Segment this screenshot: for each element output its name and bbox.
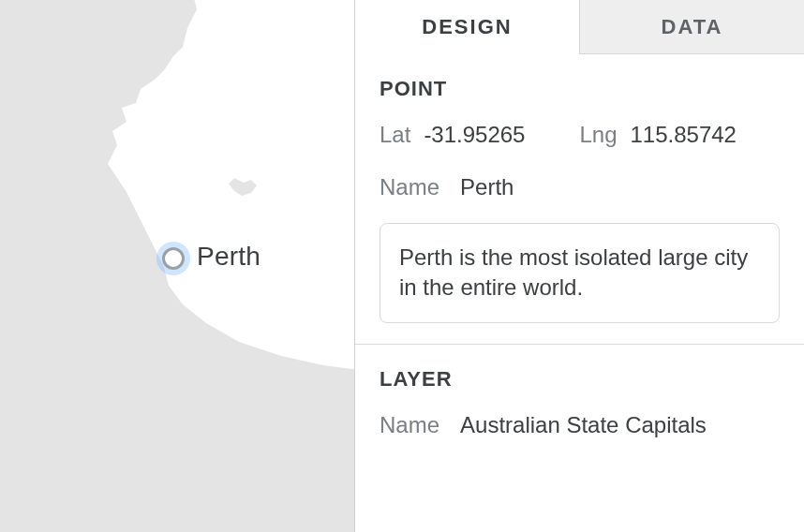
point-section-title: POINT	[380, 77, 780, 101]
layer-name-row: Name Australian State Capitals	[380, 412, 780, 438]
layer-name-value: Australian State Capitals	[460, 412, 707, 438]
side-panel: DESIGN DATA POINT Lat -31.95265 Lng 115.…	[354, 0, 804, 532]
layer-section: LAYER Name Australian State Capitals	[355, 345, 804, 481]
lng-label: Lng	[579, 122, 617, 148]
lat-group: Lat -31.95265	[380, 122, 525, 148]
lng-group: Lng 115.85742	[579, 122, 737, 148]
lat-label: Lat	[380, 122, 410, 148]
point-description-box[interactable]: Perth is the most isolated large city in…	[380, 223, 780, 323]
tab-data[interactable]: DATA	[579, 0, 804, 54]
lat-value: -31.95265	[424, 122, 525, 148]
map-point-label: Perth	[197, 242, 261, 272]
layer-name-label: Name	[380, 412, 439, 438]
point-latlng-row: Lat -31.95265 Lng 115.85742	[380, 122, 780, 148]
point-section: POINT Lat -31.95265 Lng 115.85742 Name P…	[355, 54, 804, 344]
map-point-marker[interactable]	[162, 247, 185, 270]
point-name-label: Name	[380, 174, 439, 200]
layer-section-title: LAYER	[380, 367, 780, 392]
tab-design[interactable]: DESIGN	[355, 0, 579, 54]
point-name-row: Name Perth	[380, 174, 780, 200]
point-name-value: Perth	[460, 174, 514, 200]
map-pane[interactable]: Perth	[0, 0, 354, 532]
lng-value: 115.85742	[631, 122, 737, 148]
app-root: Perth DESIGN DATA POINT Lat -31.95265 Ln…	[0, 0, 804, 532]
tab-bar: DESIGN DATA	[355, 0, 804, 54]
